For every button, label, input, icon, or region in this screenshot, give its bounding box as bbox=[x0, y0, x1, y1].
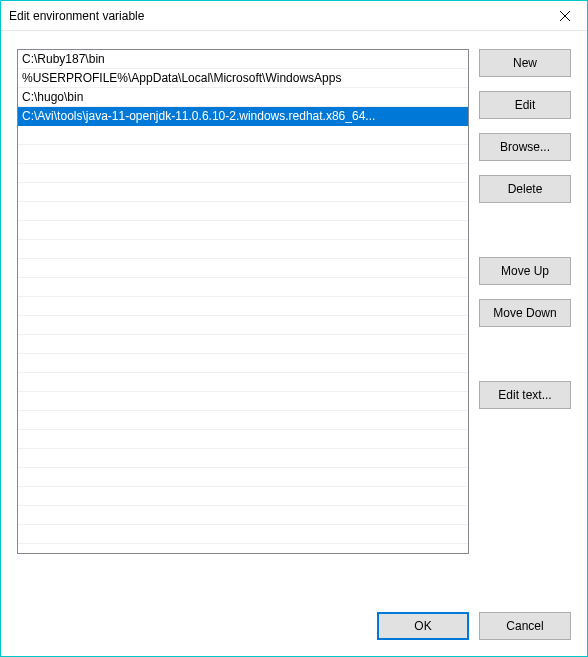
path-listbox[interactable]: C:\Ruby187\bin %USERPROFILE%\AppData\Loc… bbox=[17, 49, 469, 554]
new-button[interactable]: New bbox=[479, 49, 571, 77]
move-down-button[interactable]: Move Down bbox=[479, 299, 571, 327]
dialog-footer: OK Cancel bbox=[17, 590, 571, 640]
window-title: Edit environment variable bbox=[9, 9, 144, 23]
titlebar: Edit environment variable bbox=[1, 1, 587, 31]
button-column: New Edit Browse... Delete Move Up Move D… bbox=[479, 49, 571, 590]
close-button[interactable] bbox=[542, 1, 587, 30]
dialog-content: C:\Ruby187\bin %USERPROFILE%\AppData\Loc… bbox=[1, 31, 587, 656]
list-item[interactable]: C:\hugo\bin bbox=[18, 88, 468, 107]
list-item[interactable]: %USERPROFILE%\AppData\Local\Microsoft\Wi… bbox=[18, 69, 468, 88]
list-item[interactable]: C:\Ruby187\bin bbox=[18, 50, 468, 69]
move-up-button[interactable]: Move Up bbox=[479, 257, 571, 285]
list-item[interactable]: C:\Avi\tools\java-11-openjdk-11.0.6.10-2… bbox=[18, 107, 468, 126]
edit-text-button[interactable]: Edit text... bbox=[479, 381, 571, 409]
ok-button[interactable]: OK bbox=[377, 612, 469, 640]
close-icon bbox=[560, 11, 570, 21]
delete-button[interactable]: Delete bbox=[479, 175, 571, 203]
edit-button[interactable]: Edit bbox=[479, 91, 571, 119]
cancel-button[interactable]: Cancel bbox=[479, 612, 571, 640]
main-row: C:\Ruby187\bin %USERPROFILE%\AppData\Loc… bbox=[17, 49, 571, 590]
browse-button[interactable]: Browse... bbox=[479, 133, 571, 161]
list-inner: C:\Ruby187\bin %USERPROFILE%\AppData\Loc… bbox=[18, 50, 468, 553]
